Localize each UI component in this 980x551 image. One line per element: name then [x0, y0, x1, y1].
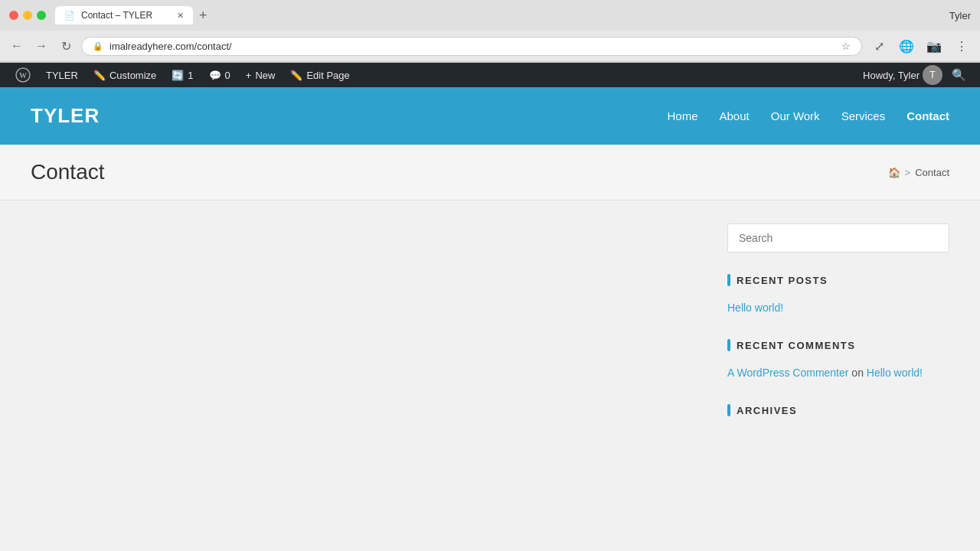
back-button[interactable]: ←: [8, 37, 26, 55]
site-nav: Home About Our Work Services Contact: [668, 109, 950, 122]
updates-count: 1: [188, 70, 193, 81]
nav-our-work[interactable]: Our Work: [771, 109, 820, 122]
edit-page-button[interactable]: ✏️ Edit Page: [283, 63, 357, 87]
new-content-button[interactable]: + New: [238, 63, 283, 87]
wp-admin-right: Howdy, Tyler T 🔍: [863, 65, 972, 85]
traffic-lights: [9, 11, 46, 20]
updates-icon: 🔄: [172, 70, 184, 81]
tab-close-button[interactable]: ✕: [177, 11, 184, 21]
browser-user-name: Tyler: [949, 10, 971, 21]
comment-author-link[interactable]: A WordPress Commenter: [727, 367, 848, 379]
recent-posts-title: RECENT POSTS: [727, 274, 949, 286]
screenshot-button[interactable]: 📷: [923, 35, 945, 57]
browser-titlebar: 📄 Contact – TYLER ✕ + Tyler: [0, 0, 980, 31]
edit-icon: ✏️: [290, 70, 302, 81]
nav-services[interactable]: Services: [841, 109, 886, 122]
nav-contact[interactable]: Contact: [906, 109, 949, 122]
bookmark-icon[interactable]: ☆: [841, 41, 851, 52]
url-text: imalreadyhere.com/contact/: [109, 41, 835, 52]
breadcrumb: 🏠 > Contact: [888, 167, 949, 178]
comments-button[interactable]: 💬 0: [201, 63, 238, 87]
forward-button[interactable]: →: [32, 37, 51, 55]
maximize-window-button[interactable]: [37, 11, 46, 20]
customize-button[interactable]: ✏️ Customize: [86, 63, 164, 87]
avatar[interactable]: T: [923, 65, 942, 85]
comments-count: 0: [225, 70, 230, 81]
page-header: Contact 🏠 > Contact: [0, 145, 980, 201]
content-area: [31, 223, 697, 491]
comment-post-link[interactable]: Hello world!: [867, 367, 923, 379]
more-button[interactable]: ⋮: [951, 35, 972, 57]
breadcrumb-current: Contact: [915, 167, 949, 178]
site-name-label: TYLER: [46, 70, 78, 81]
nav-home[interactable]: Home: [668, 109, 698, 122]
new-label: New: [255, 70, 275, 81]
howdy-text: Howdy, Tyler: [863, 70, 920, 81]
archives-section: ARCHIVES: [727, 404, 949, 416]
breadcrumb-home-icon[interactable]: 🏠: [888, 167, 900, 178]
address-bar[interactable]: 🔒 imalreadyhere.com/contact/ ☆: [81, 37, 862, 56]
breadcrumb-separator: >: [905, 167, 911, 178]
search-input[interactable]: [727, 223, 949, 253]
site-name-button[interactable]: TYLER: [38, 63, 86, 87]
tab-bar: 📄 Contact – TYLER ✕ +: [55, 6, 940, 24]
comment-on-text: on: [851, 367, 866, 379]
site-header: TYLER Home About Our Work Services Conta…: [0, 87, 980, 145]
customize-label: Customize: [109, 70, 156, 81]
browser-chrome: 📄 Contact – TYLER ✕ + Tyler ← → ↻ 🔒 imal…: [0, 0, 980, 63]
svg-text:W: W: [19, 71, 27, 80]
recent-posts-section: RECENT POSTS Hello world!: [727, 274, 949, 321]
wp-search-icon[interactable]: 🔍: [946, 68, 972, 82]
recent-comments-section: RECENT COMMENTS A WordPress Commenter on…: [727, 339, 949, 386]
recent-comments-title: RECENT COMMENTS: [727, 339, 949, 351]
nav-about[interactable]: About: [720, 109, 750, 122]
main-content: RECENT POSTS Hello world! RECENT COMMENT…: [0, 201, 980, 514]
archives-title: ARCHIVES: [727, 404, 949, 416]
page-title: Contact: [31, 160, 105, 184]
address-bar-row: ← → ↻ 🔒 imalreadyhere.com/contact/ ☆ ⤢ 🌐…: [0, 31, 980, 62]
sidebar: RECENT POSTS Hello world! RECENT COMMENT…: [727, 223, 949, 491]
tab-title: Contact – TYLER: [81, 10, 152, 21]
vivaldi-logo[interactable]: 🌐: [896, 35, 917, 57]
sidebar-search-section: [727, 223, 949, 253]
wordpress-icon: W: [15, 67, 31, 83]
updates-button[interactable]: 🔄 1: [164, 63, 201, 87]
edit-page-label: Edit Page: [306, 70, 349, 81]
customize-icon: ✏️: [93, 70, 106, 81]
close-window-button[interactable]: [9, 11, 18, 20]
reload-button[interactable]: ↻: [57, 37, 75, 55]
site-title[interactable]: TYLER: [31, 104, 100, 128]
wp-admin-bar: W TYLER ✏️ Customize 🔄 1 💬 0 + New ✏️ Ed…: [0, 63, 980, 87]
list-item[interactable]: Hello world!: [727, 295, 949, 321]
list-item: A WordPress Commenter on Hello world!: [727, 360, 949, 386]
new-tab-button[interactable]: +: [199, 8, 207, 24]
fullscreen-button[interactable]: ⤢: [868, 35, 890, 57]
browser-tab[interactable]: 📄 Contact – TYLER ✕: [55, 6, 193, 24]
wp-logo-button[interactable]: W: [8, 63, 38, 87]
browser-actions: ⤢ 🌐 📷 ⋮: [868, 35, 972, 57]
tab-favicon: 📄: [64, 11, 75, 21]
new-icon: +: [246, 70, 252, 81]
comments-icon: 💬: [209, 70, 221, 81]
minimize-window-button[interactable]: [23, 11, 32, 20]
lock-icon: 🔒: [93, 41, 103, 51]
